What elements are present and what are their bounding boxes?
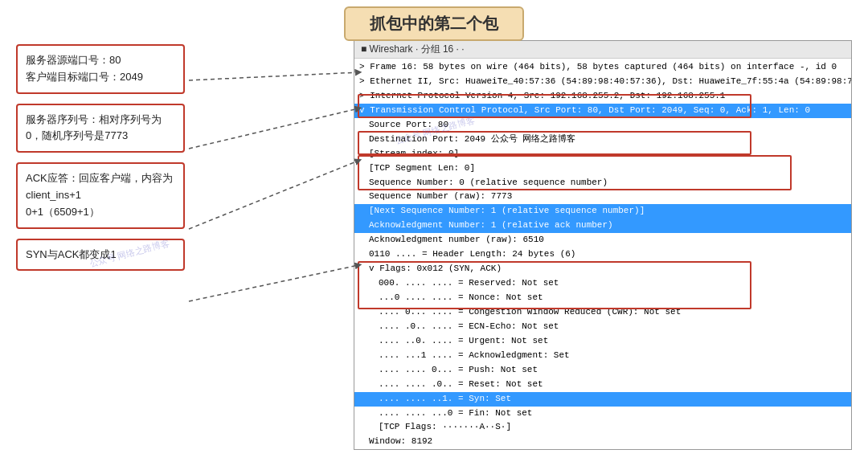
ws-line-window: Window: 8192: [354, 435, 851, 449]
ws-line-ipv4: > Internet Protocol Version 4, Src: 192.…: [354, 89, 851, 104]
ws-line-reset: .... .... .0.. = Reset: Not set: [354, 378, 851, 392]
synack-box: SYN与ACK都变成1: [16, 239, 185, 272]
ws-line-seq-num-raw: Sequence Number (raw): 7773: [354, 190, 851, 204]
ws-line-fin: .... .... ...0 = Fin: Not set: [354, 407, 851, 421]
ws-line-tcp: v Transmission Control Protocol, Src Por…: [354, 104, 851, 118]
ws-line-frame: > Frame 16: 58 bytes on wire (464 bits),…: [354, 60, 851, 75]
svg-line-2: [189, 161, 358, 229]
ws-line-ethernet: > Ethernet II, Src: HuaweiTe_40:57:36 (5…: [354, 75, 851, 89]
wireshark-titlebar: ■ Wireshark · 分组 16 · ·: [354, 41, 851, 59]
ws-line-ack-num: Acknowledgment Number: 1 (relative ack n…: [354, 219, 851, 233]
ack-box-text: ACK应答：回应客户端，内容为client_ins+10+1（6509+1）: [26, 172, 173, 218]
ack-box: ACK应答：回应客户端，内容为client_ins+10+1（6509+1）: [16, 162, 185, 228]
ws-line-tcp-seg-len: [TCP Segment Len: 0]: [354, 161, 851, 176]
synack-box-text: SYN与ACK都变成1: [26, 248, 117, 260]
ws-line-cwr: .... 0... .... = Congestion Window Reduc…: [354, 305, 851, 320]
svg-line-1: [189, 108, 358, 149]
ws-line-ack-flag: .... ...1 .... = Acknowledgment: Set: [354, 349, 851, 363]
ws-line-seq-num: Sequence Number: 0 (relative sequence nu…: [354, 176, 851, 190]
ws-line-ack-num-raw: Acknowledgment number (raw): 6510: [354, 233, 851, 247]
ws-line-header-len: 0110 .... = Header Length: 24 bytes (6): [354, 247, 851, 262]
ws-line-urgent: .... ..0. .... = Urgent: Not set: [354, 334, 851, 349]
ws-line-stream-index: [Stream index: 0]: [354, 147, 851, 161]
wireshark-panel: ■ Wireshark · 分组 16 · · > Frame 16: 58 b…: [354, 40, 852, 450]
ws-line-dst-port: Destination Port: 2049 公众号 网络之路博客: [354, 133, 851, 147]
ws-line-reserved: 000. .... .... = Reserved: Not set: [354, 276, 851, 291]
ws-line-push: .... .... 0... = Push: Not set: [354, 363, 851, 378]
ports-box: 服务器源端口号：80客户端目标端口号：2049: [16, 44, 185, 94]
ports-box-text: 服务器源端口号：80客户端目标端口号：2049: [26, 54, 143, 83]
ws-line-flags: v Flags: 0x012 (SYN, ACK): [354, 262, 851, 276]
ws-line-tcp-flags-calc: [TCP Flags: ·······A··S·]: [354, 420, 851, 435]
ws-line-checksum: Checksum: 0xb8a4 [unverified]: [354, 449, 851, 450]
ws-line-syn-flag: .... .... ..1. = Syn: Set: [354, 392, 851, 407]
ws-line-ecn: .... .0.. .... = ECN-Echo: Not set: [354, 320, 851, 334]
wireshark-content: > Frame 16: 58 bytes on wire (464 bits),…: [354, 59, 851, 450]
svg-line-3: [189, 265, 358, 301]
seq-box-text: 服务器序列号：相对序列号为0，随机序列号是7773: [26, 113, 162, 142]
left-panel: 服务器源端口号：80客户端目标端口号：2049 服务器序列号：相对序列号为0，随…: [16, 44, 185, 438]
ws-line-next-seq: [Next Sequence Number: 1 (relative seque…: [354, 204, 851, 219]
svg-line-0: [189, 72, 358, 80]
page-title: 抓包中的第二个包: [344, 6, 524, 41]
ws-line-src-port: Source Port: 80: [354, 118, 851, 133]
seq-box: 服务器序列号：相对序列号为0，随机序列号是7773: [16, 104, 185, 153]
ws-line-nonce: ...0 .... .... = Nonce: Not set: [354, 291, 851, 305]
